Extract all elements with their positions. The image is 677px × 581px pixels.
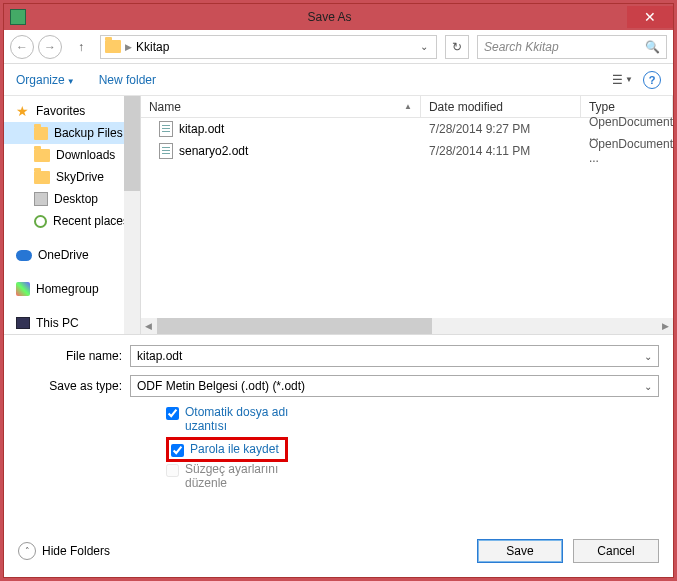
- breadcrumb-folder[interactable]: Kkitap: [136, 40, 169, 54]
- highlight-box: Parola ile kaydet: [166, 437, 288, 462]
- chevron-down-icon[interactable]: ⌄: [644, 351, 652, 362]
- search-input[interactable]: Search Kkitap 🔍: [477, 35, 667, 59]
- folder-icon: [34, 127, 48, 140]
- tree-item-recent[interactable]: Recent places: [4, 210, 140, 232]
- save-as-dialog: Save As ✕ ← → ↑ ▶ Kkitap ⌄ ↻ Search Kkit…: [3, 3, 674, 578]
- tree-item-backup[interactable]: Backup Files 2011: [4, 122, 140, 144]
- back-button[interactable]: ←: [10, 35, 34, 59]
- refresh-button[interactable]: ↻: [445, 35, 469, 59]
- cancel-button[interactable]: Cancel: [573, 539, 659, 563]
- help-button[interactable]: ?: [643, 71, 661, 89]
- file-row[interactable]: senaryo2.odt 7/28/2014 4:11 PM OpenDocum…: [141, 140, 673, 162]
- search-placeholder: Search Kkitap: [484, 40, 645, 54]
- homegroup-icon: [16, 282, 30, 296]
- tree-item-downloads[interactable]: Downloads: [4, 144, 140, 166]
- document-icon: [159, 121, 173, 137]
- breadcrumb[interactable]: ▶ Kkitap ⌄: [100, 35, 437, 59]
- organize-menu[interactable]: Organize▼: [16, 73, 75, 87]
- file-list: Name ▲ Date modified Type kitap.odt 7/28…: [141, 96, 673, 334]
- form-area: File name: kitap.odt ⌄ Save as type: ODF…: [4, 334, 673, 500]
- app-icon: [10, 9, 26, 25]
- tree-item-skydrive[interactable]: SkyDrive: [4, 166, 140, 188]
- window-title: Save As: [32, 10, 627, 24]
- folder-icon: [105, 40, 121, 53]
- pc-icon: [16, 317, 30, 329]
- column-type[interactable]: Type: [581, 96, 673, 117]
- view-options-button[interactable]: ☰ ▼: [612, 73, 633, 87]
- tree-thispc[interactable]: This PC: [4, 312, 140, 334]
- star-icon: ★: [16, 104, 30, 118]
- navigation-tree: ★ Favorites Backup Files 2011 Downloads …: [4, 96, 141, 334]
- recent-icon: [34, 215, 47, 228]
- toolbar: Organize▼ New folder ☰ ▼ ?: [4, 64, 673, 96]
- nav-bar: ← → ↑ ▶ Kkitap ⌄ ↻ Search Kkitap 🔍: [4, 30, 673, 64]
- tree-favorites[interactable]: ★ Favorites: [4, 100, 140, 122]
- cloud-icon: [16, 250, 32, 261]
- column-date[interactable]: Date modified: [421, 96, 581, 117]
- tree-scrollbar[interactable]: [124, 96, 140, 334]
- folder-icon: [34, 149, 50, 162]
- up-button[interactable]: ↑: [72, 40, 90, 54]
- forward-button[interactable]: →: [38, 35, 62, 59]
- tree-homegroup[interactable]: Homegroup: [4, 278, 140, 300]
- document-icon: [159, 143, 173, 159]
- new-folder-button[interactable]: New folder: [99, 73, 156, 87]
- chevron-up-icon: ˄: [18, 542, 36, 560]
- search-icon: 🔍: [645, 40, 660, 54]
- save-with-password-checkbox[interactable]: Parola ile kaydet: [171, 442, 279, 457]
- folder-icon: [34, 171, 50, 184]
- hide-folders-button[interactable]: ˄ Hide Folders: [18, 542, 110, 560]
- sort-asc-icon: ▲: [404, 102, 412, 111]
- list-view-icon: ☰: [612, 73, 623, 87]
- save-button[interactable]: Save: [477, 539, 563, 563]
- list-hscrollbar[interactable]: ◀ ▶: [141, 318, 673, 334]
- auto-extension-checkbox[interactable]: Otomatik dosya adı uzantısı: [166, 405, 306, 433]
- close-button[interactable]: ✕: [627, 6, 673, 28]
- explorer-body: ★ Favorites Backup Files 2011 Downloads …: [4, 96, 673, 334]
- breadcrumb-dropdown-icon[interactable]: ⌄: [416, 41, 432, 52]
- column-name[interactable]: Name ▲: [141, 96, 421, 117]
- savetype-label: Save as type:: [18, 379, 130, 393]
- edit-filter-settings-checkbox: Süzgeç ayarlarını düzenle: [166, 462, 306, 490]
- chevron-right-icon: ▶: [125, 42, 132, 52]
- filename-label: File name:: [18, 349, 130, 363]
- desktop-icon: [34, 192, 48, 206]
- footer: ˄ Hide Folders Save Cancel: [4, 529, 673, 577]
- savetype-select[interactable]: ODF Metin Belgesi (.odt) (*.odt) ⌄: [130, 375, 659, 397]
- chevron-down-icon[interactable]: ⌄: [644, 381, 652, 392]
- title-bar: Save As ✕: [4, 4, 673, 30]
- filename-input[interactable]: kitap.odt ⌄: [130, 345, 659, 367]
- tree-item-desktop[interactable]: Desktop: [4, 188, 140, 210]
- tree-onedrive[interactable]: OneDrive: [4, 244, 140, 266]
